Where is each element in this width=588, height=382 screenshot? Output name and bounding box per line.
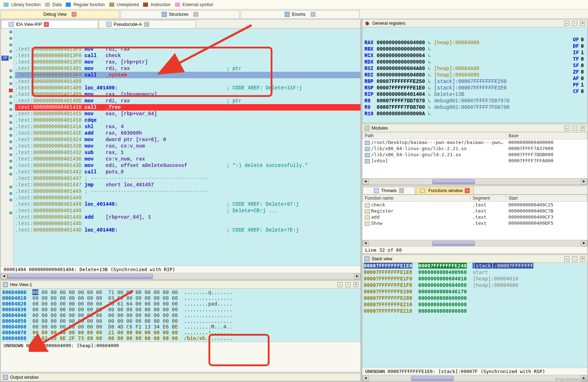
close-icon[interactable]: × — [465, 188, 470, 193]
function-row[interactable]: Register.text0000000000400C7B — [363, 208, 587, 214]
close-icon[interactable]: × — [580, 126, 585, 131]
restore-icon[interactable]: ▫ — [345, 282, 350, 287]
restore-icon[interactable]: ▫ — [572, 126, 577, 131]
breakpoint-dot[interactable] — [9, 121, 12, 124]
breakpoint-dot[interactable] — [9, 192, 12, 195]
minimize-icon[interactable]: – — [564, 126, 569, 131]
stack-view[interactable]: 00007FFFFFFFE1E0 00007FFFFFFFE240 [stack… — [362, 263, 587, 368]
disasm-line[interactable]: .text:0000000000401424 mov dword ptr [ra… — [15, 136, 360, 143]
disasm-line[interactable]: .text:0000000000401449 — [15, 195, 360, 201]
scroll-left-icon[interactable]: ◄ — [362, 376, 369, 381]
breakpoint-dot[interactable] — [9, 76, 12, 79]
disasm-line[interactable]: .text:0000000000401409 loc_401409: ; COD… — [15, 85, 360, 91]
disasm-line[interactable]: .text:000000000040141A shl rax, 4 — [15, 124, 360, 130]
disasm-line[interactable]: .text:0000000000401449 loc_401449: ; COD… — [15, 201, 360, 208]
minimize-icon[interactable]: – — [564, 256, 569, 261]
disasm-line[interactable]: .text:0000000000401410 call _free — [15, 104, 360, 111]
disasm-line[interactable]: .text:000000000040143D mov edi, offset a… — [15, 162, 360, 169]
disasm-line[interactable]: .text:0000000000401409 mov rax, [rbp+mem… — [15, 91, 360, 98]
tab-threads[interactable]: Threads × — [363, 187, 415, 194]
subtab-ida-view[interactable]: IDA View-RIP × — [1, 20, 98, 28]
stack-row[interactable]: 00007FFFFFFFE1E0 00007FFFFFFFE240 [stack… — [362, 263, 587, 269]
breakpoint-dot[interactable] — [9, 134, 12, 137]
register-row[interactable]: RDI0000000000604080 ↳ [heap]:00604080 — [363, 72, 587, 78]
stack-row[interactable]: 00007FFFFFFFE208 0000000000000000 — [362, 295, 587, 302]
module-row[interactable]: /lib/x86_64-linux-gnu/libc-2.21.so00007F… — [363, 145, 587, 152]
stack-row[interactable]: 00007FFFFFFFE218 0000000000000000 — [362, 308, 587, 315]
breakpoint-dot[interactable] — [9, 108, 12, 111]
register-row[interactable]: RDX0000000000000000 ↳ — [363, 59, 587, 65]
module-row[interactable]: [vdso]00007FFFF7FFA000 — [363, 158, 587, 164]
breakpoint-dot[interactable] — [9, 186, 12, 188]
breakpoint-dot[interactable] — [9, 43, 12, 46]
register-row[interactable]: RCX0000000000000064 ↳ — [363, 52, 587, 59]
breakpoint-dot[interactable] — [9, 69, 12, 72]
register-row[interactable]: RBP00007FFFFFFFE250 ↳ [stack]:00007FFFFF… — [363, 78, 587, 85]
stack-row[interactable]: 00007FFFFFFFE1E8 0000000000400960 start — [362, 269, 587, 276]
col-start[interactable]: Start — [506, 195, 587, 202]
breakpoint-dot[interactable] — [9, 50, 12, 53]
col-base[interactable]: Base — [506, 132, 587, 139]
tab-functions[interactable]: Functions window × — [416, 187, 474, 194]
horizontal-scrollbar[interactable]: ◄ ► — [1, 273, 360, 279]
modules-list[interactable]: PathBase /root/Desktop/baimao---pwn-mast… — [362, 132, 587, 178]
register-row[interactable]: RAX0000000000604080 ↳ [heap]:00604080 — [363, 39, 587, 46]
stack-row[interactable]: 00007FFFFFFFE200 0000000000646170 — [362, 289, 587, 295]
horizontal-scrollbar[interactable]: ◄ ► — [362, 375, 587, 381]
module-row[interactable]: /lib/x86_64-linux-gnu/ld-2.21.so00007FFF… — [363, 152, 587, 158]
functions-list[interactable]: Function name Segment Start check.text00… — [362, 195, 587, 240]
close-icon[interactable]: × — [311, 12, 316, 17]
breakpoint-dot[interactable] — [9, 127, 12, 130]
disasm-line[interactable]: .text:000000000040144D — [15, 220, 360, 227]
col-function[interactable]: Function name — [363, 195, 470, 202]
function-row[interactable]: add.text0000000000400CF3 — [363, 214, 587, 220]
disasm-line[interactable]: .text:0000000000401436 mov cs:v_num, rax — [15, 156, 360, 162]
function-row[interactable]: Show.text0000000000400DF5 — [363, 220, 587, 226]
scroll-right-icon[interactable]: ► — [581, 179, 587, 185]
disasm-line[interactable]: .text:0000000000401418 cdqe — [15, 117, 360, 124]
col-path[interactable]: Path — [363, 132, 506, 139]
breakpoint-dot[interactable] — [9, 102, 12, 104]
scroll-right-icon[interactable]: ► — [581, 241, 587, 246]
registers-view[interactable]: RAX0000000000604080 ↳ [heap]:00604080RBX… — [362, 27, 587, 123]
scroll-left-icon[interactable]: ◄ — [362, 179, 369, 185]
register-row[interactable]: RSI0000000000604A80 ↳ [heap]:00604A80 — [363, 65, 587, 72]
stack-row[interactable]: 00007FFFFFFFE1F0 0000000000604010 [heap]… — [362, 276, 587, 282]
disasm-line[interactable]: .text:0000000000401447 jmp short loc_401… — [15, 182, 360, 188]
register-row[interactable]: RBX0000000000000000 ↳ — [363, 46, 587, 52]
close-icon[interactable]: × — [193, 12, 198, 17]
disasm-line[interactable]: .text:0000000000401449 ; ---------------… — [15, 188, 360, 195]
register-row[interactable]: RSP00007FFFFFFFE1E0 ↳ [stack]:00007FFFFF… — [363, 85, 587, 91]
close-icon[interactable]: × — [580, 21, 585, 26]
breakpoint-dot[interactable] — [9, 140, 12, 143]
close-icon[interactable]: × — [580, 256, 585, 261]
disasm-line[interactable]: .text:000000000040140D mov rdi, rax ; pt… — [15, 98, 360, 104]
tab-enums[interactable]: Enums × — [241, 10, 359, 18]
minimize-icon[interactable]: – — [337, 282, 343, 287]
disasm-line[interactable]: .text:000000000040142B mov rax, cs:v_num — [15, 143, 360, 149]
close-icon[interactable]: × — [44, 22, 49, 27]
breakpoint-dot[interactable] — [9, 82, 12, 85]
breakpoint-dot[interactable] — [9, 31, 12, 33]
disasm-line[interactable]: .text:0000000000401449 add [rbp+var_64],… — [15, 214, 360, 220]
tab-structures[interactable]: Structures × — [121, 10, 239, 18]
disasm-line[interactable]: .text:0000000000401447 ; ---------------… — [15, 175, 360, 182]
register-row[interactable]: R900007FFFF7FD8700 ↳ debug002:00007FFFF7… — [363, 104, 587, 111]
scroll-left-icon[interactable]: ◄ — [1, 274, 7, 279]
tab-debug-view[interactable]: Debug View × — [1, 10, 119, 18]
disasm-line[interactable]: .text:0000000000401409 — [15, 78, 360, 85]
restore-icon[interactable]: ▫ — [572, 21, 577, 26]
disasm-line[interactable]: .text:000000000040141E add rax, 603060h — [15, 130, 360, 136]
close-icon[interactable]: × — [72, 12, 77, 17]
disasm-line[interactable]: .text:0000000000401449 ; Delete+CB↑j ... — [15, 208, 360, 214]
breakpoint-dot[interactable] — [9, 211, 12, 214]
breakpoint-dot[interactable] — [9, 56, 12, 59]
register-row[interactable]: R10000000000000000A ↳ — [363, 111, 587, 117]
scroll-right-icon[interactable]: ► — [354, 274, 360, 279]
breakpoint-dot[interactable] — [9, 166, 12, 169]
col-segment[interactable]: Segment — [470, 195, 506, 202]
horizontal-scrollbar[interactable]: ◄ ► — [362, 178, 587, 185]
disasm-line[interactable]: .text:000000000040144D loc_40144D: ; COD… — [15, 227, 360, 233]
horizontal-scrollbar[interactable]: ◄ ► — [362, 240, 587, 246]
close-icon[interactable]: × — [353, 282, 358, 287]
